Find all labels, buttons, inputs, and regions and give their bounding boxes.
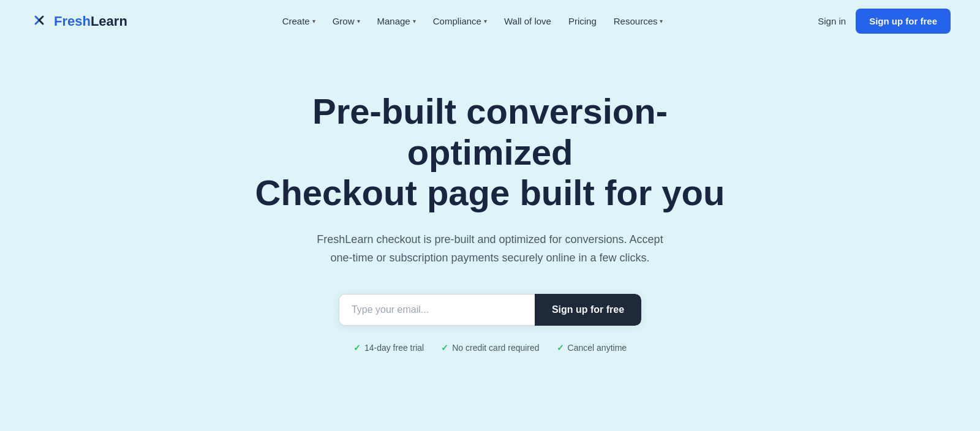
hero-title: Pre-built conversion-optimized Checkout … (239, 91, 741, 214)
email-form: Sign up for free (339, 294, 641, 326)
nav-links: Create ▾ Grow ▾ Manage ▾ Compliance ▾ Wa (275, 11, 671, 31)
check-icon: ✓ (557, 343, 564, 353)
nav-item-resources[interactable]: Resources ▾ (606, 11, 671, 31)
logo-link[interactable]: FreshLearn (29, 12, 127, 31)
navbar: FreshLearn Create ▾ Grow ▾ Manage ▾ Comp… (0, 0, 980, 42)
logo-text: FreshLearn (54, 13, 127, 29)
logo-icon (29, 12, 49, 31)
hero-section: Pre-built conversion-optimized Checkout … (0, 42, 980, 389)
nav-item-create[interactable]: Create ▾ (275, 11, 323, 31)
check-icon: ✓ (441, 343, 448, 353)
hero-subtitle: FreshLearn checkout is pre-built and opt… (306, 231, 674, 267)
check-icon: ✓ (353, 343, 361, 353)
email-input[interactable] (339, 294, 535, 326)
chevron-down-icon: ▾ (413, 18, 416, 24)
nav-item-manage[interactable]: Manage ▾ (370, 11, 423, 31)
badge-no-cc: ✓ No credit card required (441, 343, 539, 353)
chevron-down-icon: ▾ (312, 18, 315, 24)
chevron-down-icon: ▾ (484, 18, 487, 24)
chevron-down-icon: ▾ (660, 18, 663, 24)
badge-trial: ✓ 14-day free trial (353, 343, 424, 353)
nav-item-compliance[interactable]: Compliance ▾ (426, 11, 494, 31)
nav-item-grow[interactable]: Grow ▾ (325, 11, 368, 31)
trust-badges: ✓ 14-day free trial ✓ No credit card req… (353, 343, 627, 353)
hero-signup-button[interactable]: Sign up for free (535, 294, 641, 326)
nav-item-pricing[interactable]: Pricing (561, 11, 604, 31)
nav-item-wall-of-love[interactable]: Wall of love (497, 11, 559, 31)
chevron-down-icon: ▾ (357, 18, 360, 24)
sign-in-link[interactable]: Sign in (818, 16, 846, 26)
badge-cancel: ✓ Cancel anytime (557, 343, 627, 353)
nav-signup-button[interactable]: Sign up for free (856, 9, 951, 34)
nav-actions: Sign in Sign up for free (818, 9, 951, 34)
